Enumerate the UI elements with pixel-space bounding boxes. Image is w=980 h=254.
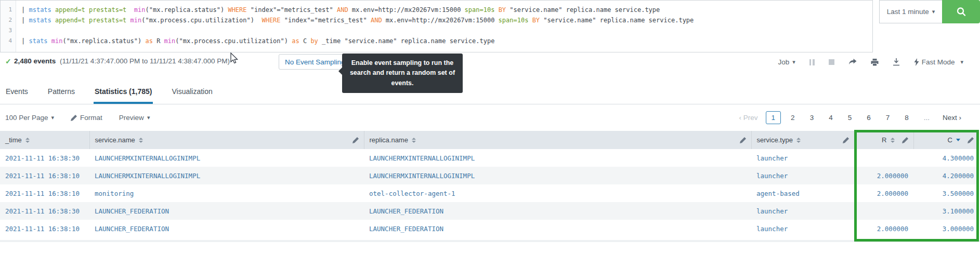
cell-C[interactable]: 3.500000 bbox=[913, 184, 979, 202]
cell-R[interactable] bbox=[854, 149, 913, 167]
query-line[interactable] bbox=[21, 25, 694, 36]
column-sort-control[interactable]: replica.name bbox=[370, 136, 416, 144]
tab-patterns[interactable]: Patterns bbox=[47, 87, 76, 104]
cell-R[interactable]: 2.000000 bbox=[854, 167, 913, 184]
cell-replica-name[interactable]: LAUNCHERMXINTERNALLOGINIMPL bbox=[364, 149, 751, 167]
query-line[interactable]: | stats min("mx.replica.status") as R mi… bbox=[21, 36, 694, 46]
cell-replica-name[interactable]: LAUNCHER_FEDERATION bbox=[364, 220, 751, 237]
cell--time[interactable]: 2021-11-11 16:38:30 bbox=[0, 202, 89, 220]
query-line[interactable]: | mstats append=t prestats=t min("mx.rep… bbox=[21, 5, 694, 15]
edit-column-pencil-icon[interactable] bbox=[352, 137, 359, 143]
job-menu-label: Job bbox=[778, 58, 789, 66]
edit-column-pencil-icon[interactable] bbox=[740, 137, 746, 143]
page-3[interactable]: 3 bbox=[805, 112, 819, 124]
stop-button[interactable] bbox=[829, 59, 834, 65]
cell-service-type[interactable]: agent-based bbox=[751, 184, 854, 202]
cell-C[interactable]: 3.100000 bbox=[913, 202, 979, 220]
export-button[interactable] bbox=[893, 58, 900, 66]
print-button[interactable] bbox=[871, 59, 879, 66]
page-7[interactable]: 7 bbox=[881, 112, 895, 124]
column-sort-control[interactable]: _time bbox=[5, 136, 30, 144]
search-button[interactable] bbox=[942, 0, 980, 23]
page-5[interactable]: 5 bbox=[843, 112, 857, 124]
query-token bbox=[48, 37, 51, 45]
page-2[interactable]: 2 bbox=[786, 112, 800, 124]
cell-service-type[interactable]: launcher bbox=[751, 220, 854, 237]
search-mode-menu[interactable]: Fast Mode bbox=[914, 58, 963, 66]
share-icon bbox=[848, 59, 857, 66]
query-line[interactable]: | mstats append=t prestats=t min("mx.pro… bbox=[21, 15, 694, 25]
cell-R[interactable]: 2.000000 bbox=[854, 184, 913, 202]
query-token: append=t bbox=[55, 6, 85, 14]
edit-column-pencil-icon[interactable] bbox=[843, 137, 849, 143]
table-row: 2021-11-11 16:38:10LAUNCHERMXINTERNALLOG… bbox=[0, 167, 979, 184]
cell-service-type[interactable]: launcher bbox=[751, 149, 854, 167]
query-token bbox=[494, 6, 498, 14]
lightning-icon bbox=[914, 58, 919, 66]
edit-column-pencil-icon[interactable] bbox=[968, 137, 974, 143]
page-4[interactable]: 4 bbox=[824, 112, 838, 124]
edit-column-pencil-icon[interactable] bbox=[902, 137, 908, 143]
column-sort-control[interactable]: service.name bbox=[95, 136, 143, 144]
sort-down-arrow bbox=[139, 141, 143, 143]
cell-C[interactable]: 4.300000 bbox=[913, 149, 979, 167]
sort-down-arrow bbox=[412, 141, 416, 143]
time-range-picker[interactable]: Last 1 minute bbox=[879, 0, 942, 23]
per-page-dropdown[interactable]: 100 Per Page bbox=[5, 114, 54, 122]
cell-replica-name[interactable]: otel-collector-agent-1 bbox=[364, 184, 751, 202]
query-token bbox=[85, 6, 89, 14]
query-token: ("mx.replica.status") bbox=[145, 6, 228, 14]
cell-service-name[interactable]: LAUNCHER_FEDERATION bbox=[89, 220, 364, 237]
column-header-C: C bbox=[913, 131, 979, 149]
page-6[interactable]: 6 bbox=[861, 112, 876, 124]
cell-service-type[interactable]: launcher bbox=[751, 167, 854, 184]
sort-up-arrow bbox=[796, 138, 801, 140]
query-token: as bbox=[145, 37, 152, 45]
tab-visualization[interactable]: Visualization bbox=[171, 87, 213, 104]
search-icon bbox=[956, 6, 967, 18]
cell-C[interactable]: 3.000000 bbox=[913, 220, 979, 237]
print-icon bbox=[871, 59, 879, 66]
pause-button[interactable] bbox=[809, 59, 815, 65]
cell-replica-name[interactable]: LAUNCHER_FEDERATION bbox=[364, 202, 751, 220]
column-label: C bbox=[948, 136, 952, 144]
cell--time[interactable]: 2021-11-11 16:38:30 bbox=[0, 149, 89, 167]
prev-page-button[interactable]: ‹ Prev bbox=[739, 114, 758, 122]
cell-C[interactable]: 4.200000 bbox=[913, 167, 979, 184]
cell-replica-name[interactable]: LAUNCHERMXINTERNALLOGINIMPL bbox=[364, 167, 751, 184]
cell--time[interactable]: 2021-11-11 16:38:10 bbox=[0, 167, 89, 184]
preview-dropdown[interactable]: Preview bbox=[119, 114, 150, 122]
next-page-button[interactable]: Next › bbox=[943, 114, 961, 122]
tab-statistics[interactable]: Statistics (1,785) bbox=[94, 87, 153, 104]
share-button[interactable] bbox=[848, 59, 857, 66]
cell-R[interactable]: 2.000000 bbox=[854, 220, 913, 237]
query-token: mx.env=http://mx20267vm:15000 bbox=[348, 6, 465, 14]
search-query-editor[interactable]: 1234 | mstats append=t prestats=t min("m… bbox=[0, 0, 873, 52]
cell-service-name[interactable]: LAUNCHERMXINTERNALLOGINIMPL bbox=[89, 149, 364, 167]
cell-service-name[interactable]: monitoring bbox=[89, 184, 364, 202]
cell--time[interactable]: 2021-11-11 16:38:10 bbox=[0, 220, 89, 237]
cell-service-type[interactable]: launcher bbox=[751, 202, 854, 220]
query-token: prestats=t bbox=[89, 6, 126, 14]
page-1[interactable]: 1 bbox=[766, 111, 781, 124]
results-toolbar: 100 Per Page Format Preview ‹ Prev123456… bbox=[0, 104, 980, 131]
column-sort-control[interactable]: service.type bbox=[757, 136, 801, 144]
page-8[interactable]: 8 bbox=[899, 112, 914, 124]
query-token: "service.name" replica.name service.type bbox=[506, 6, 660, 14]
cell-service-name[interactable]: LAUNCHERMXINTERNALLOGINIMPL bbox=[89, 167, 364, 184]
query-token: min bbox=[51, 37, 63, 45]
pencil-icon bbox=[71, 115, 77, 121]
tab-events[interactable]: Events bbox=[5, 87, 29, 104]
search-status-bar: ✓ 2,480 events (11/11/21 4:37:47.000 PM … bbox=[0, 52, 980, 72]
query-token bbox=[85, 17, 89, 24]
query-code[interactable]: | mstats append=t prestats=t min("mx.rep… bbox=[16, 1, 694, 52]
format-button[interactable]: Format bbox=[71, 114, 102, 122]
cell-service-name[interactable]: LAUNCHER_FEDERATION bbox=[89, 202, 364, 220]
column-label: replica.name bbox=[370, 136, 408, 144]
column-sort-control[interactable]: R bbox=[882, 136, 894, 144]
column-sort-control[interactable]: C bbox=[948, 136, 960, 144]
cell-R[interactable] bbox=[854, 202, 913, 220]
cell--time[interactable]: 2021-11-11 16:38:10 bbox=[0, 184, 89, 202]
caret-down-icon bbox=[48, 114, 55, 122]
job-menu[interactable]: Job bbox=[778, 58, 795, 66]
